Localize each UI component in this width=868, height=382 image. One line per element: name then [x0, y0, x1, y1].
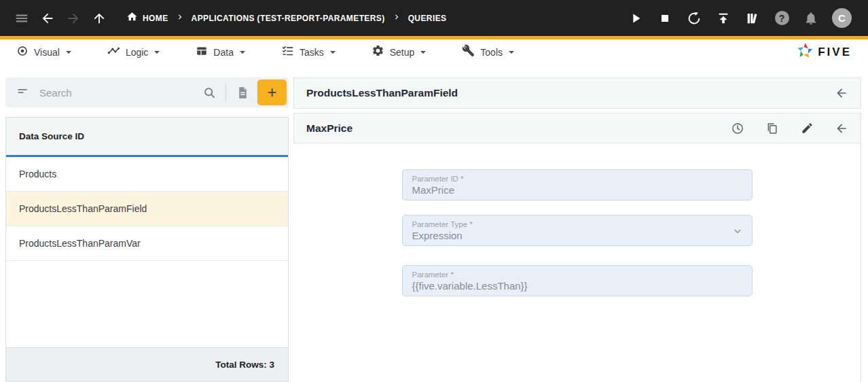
- caret-down-icon: [239, 46, 246, 58]
- total-rows-footer: Total Rows: 3: [6, 347, 288, 381]
- detail-header: ProductsLessThanParamField: [293, 77, 861, 109]
- chevron-right-icon: [175, 12, 185, 24]
- refresh-icon[interactable]: [686, 10, 702, 27]
- chevron-down-icon[interactable]: [731, 225, 744, 240]
- search-bar: +: [5, 77, 289, 107]
- library-icon[interactable]: [744, 10, 761, 27]
- history-icon[interactable]: [729, 120, 746, 137]
- field-value: MaxPrice: [412, 184, 742, 196]
- breadcrumb-queries[interactable]: QUERIES: [408, 14, 447, 23]
- visual-icon: [16, 45, 29, 60]
- menu-item-logic[interactable]: Logic: [107, 44, 160, 60]
- list-item-products-less-than-param-field[interactable]: ProductsLessThanParamField: [6, 192, 288, 226]
- play-icon[interactable]: [628, 10, 644, 27]
- breadcrumb-home[interactable]: HOME: [126, 11, 168, 25]
- caret-down-icon: [508, 46, 515, 58]
- top-bar: HOME APPLICATIONS (TEST-REPORT-PARAMETER…: [0, 0, 868, 39]
- tasks-icon: [281, 44, 294, 60]
- menu-bar: Visual Logic Data Tasks: [0, 39, 868, 65]
- logic-icon: [107, 44, 120, 60]
- help-icon[interactable]: ?: [774, 10, 790, 27]
- back-icon[interactable]: [39, 10, 56, 27]
- add-button[interactable]: +: [257, 80, 287, 105]
- caret-down-icon: [65, 46, 72, 58]
- record-header: MaxPrice: [293, 113, 861, 143]
- tools-icon: [462, 44, 475, 60]
- parameter-type-select[interactable]: Parameter Type * Expression: [402, 215, 753, 246]
- field-value: Expression: [412, 230, 742, 241]
- field-label: Parameter *: [412, 271, 742, 279]
- data-source-list: Data Source ID Products ProductsLessThan…: [5, 117, 289, 382]
- parameter-field[interactable]: Parameter * {{five.variable.LessThan}}: [402, 265, 753, 296]
- up-icon[interactable]: [91, 10, 107, 27]
- five-logo-icon: [796, 42, 814, 63]
- detail-title: ProductsLessThanParamField: [306, 87, 833, 99]
- back-icon[interactable]: [833, 85, 850, 101]
- stop-icon[interactable]: [657, 10, 673, 27]
- notifications-icon[interactable]: [803, 10, 819, 27]
- menu-icon[interactable]: [14, 10, 30, 27]
- publish-icon[interactable]: [715, 10, 731, 27]
- home-icon: [126, 11, 138, 25]
- caret-down-icon: [329, 46, 336, 58]
- field-label: Parameter ID *: [412, 175, 742, 183]
- list-item-products[interactable]: Products: [6, 157, 288, 192]
- back-icon[interactable]: [833, 120, 850, 137]
- breadcrumb: HOME APPLICATIONS (TEST-REPORT-PARAMETER…: [126, 11, 446, 25]
- field-value: {{five.variable.LessThan}}: [412, 280, 742, 292]
- caret-down-icon: [420, 46, 427, 58]
- filter-icon[interactable]: [16, 84, 30, 101]
- menu-item-setup[interactable]: Setup: [372, 44, 427, 60]
- five-logo: FIVE: [796, 42, 852, 63]
- divider: [225, 84, 226, 101]
- parameter-id-field[interactable]: Parameter ID * MaxPrice: [402, 169, 753, 201]
- forward-icon[interactable]: [65, 10, 82, 27]
- parameter-form: Parameter ID * MaxPrice Parameter Type *…: [293, 143, 861, 382]
- document-icon[interactable]: [233, 83, 252, 102]
- avatar[interactable]: C: [832, 8, 852, 28]
- breadcrumb-home-label: HOME: [143, 14, 168, 23]
- setup-icon: [372, 44, 384, 60]
- caret-down-icon: [153, 46, 160, 58]
- menu-item-tasks[interactable]: Tasks: [281, 44, 336, 60]
- menu-item-data[interactable]: Data: [196, 45, 246, 60]
- menu-item-visual[interactable]: Visual: [16, 45, 72, 60]
- chevron-right-icon: [392, 12, 401, 24]
- field-label: Parameter Type *: [412, 220, 742, 228]
- column-header[interactable]: Data Source ID: [6, 118, 288, 157]
- search-input[interactable]: [39, 87, 200, 99]
- menu-item-tools[interactable]: Tools: [462, 44, 515, 60]
- search-icon[interactable]: [200, 83, 219, 102]
- data-icon: [196, 45, 208, 60]
- copy-icon[interactable]: [764, 120, 780, 137]
- brand-wordmark: FIVE: [818, 46, 852, 59]
- edit-icon[interactable]: [799, 120, 815, 137]
- list-item-products-less-than-param-var[interactable]: ProductsLessThanParamVar: [6, 226, 288, 261]
- record-title: MaxPrice: [306, 122, 729, 135]
- breadcrumb-application[interactable]: APPLICATIONS (TEST-REPORT-PARAMETERS): [192, 14, 385, 23]
